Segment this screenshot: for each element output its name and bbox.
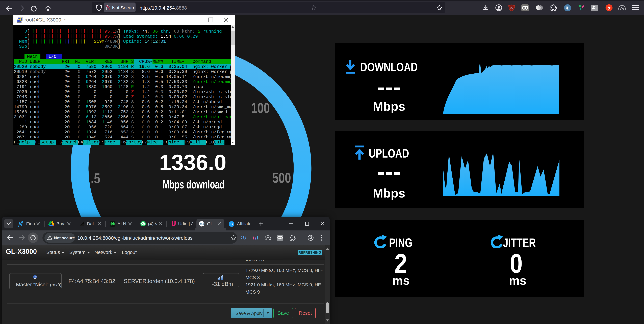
svg-text:uO: uO (510, 6, 513, 9)
svg-text:S: S (230, 222, 233, 226)
svg-text:€: € (596, 8, 597, 11)
